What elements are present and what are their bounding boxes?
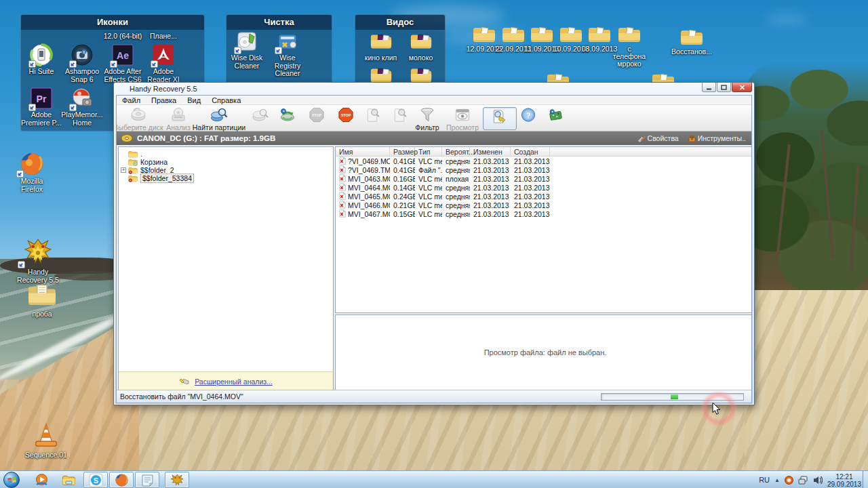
file-cell: 21.03.2013 11...: [511, 166, 550, 174]
table-row[interactable]: MVI_0463.MOV0.16GBVLC me...плохая21.03.2…: [336, 174, 752, 183]
file-cell: 21.03.2013 10...: [470, 192, 511, 201]
handy-taskbar-icon[interactable]: [165, 472, 189, 488]
analysis-button: Анализ: [167, 106, 189, 131]
toolbox-icon: [688, 135, 696, 142]
file-cell: Файл "...: [415, 166, 442, 174]
skype-taskbar-icon[interactable]: S: [83, 472, 108, 488]
start-button[interactable]: [3, 472, 20, 488]
desktop-icon-cell: Wise Registry Cleaner: [267, 30, 308, 78]
menu-item-файл[interactable]: Файл: [117, 96, 146, 104]
desktop-folder-recovered[interactable]: Восстанов...: [673, 28, 711, 56]
column-header[interactable]: Изменен: [470, 147, 511, 156]
icon-label: Плане...: [150, 33, 177, 41]
shortcut-arrow-icon: [69, 60, 77, 68]
column-header[interactable]: Размер: [390, 147, 415, 156]
desktop-icon-folderfiles[interactable]: проба: [10, 282, 74, 319]
clock[interactable]: 12:2129.09.2013: [827, 472, 861, 488]
table-row[interactable]: ?VI_0469.TMP0.41GBФайл "...средняя21.03.…: [336, 165, 752, 174]
recover-button[interactable]: [483, 107, 517, 130]
advanced-analysis-link[interactable]: Расширенный анализ...: [195, 378, 273, 386]
table-row[interactable]: MVI_0467.MOV0.15GBVLC me...средняя21.03.…: [336, 209, 752, 218]
hidden-icons-arrow[interactable]: ▲: [774, 477, 780, 483]
icon-group-title: Чистка: [226, 15, 332, 30]
resume-scan-button[interactable]: [277, 106, 298, 131]
desktop-icon-vlc[interactable]: Sequence.01: [17, 422, 75, 460]
hardware-button[interactable]: [545, 106, 566, 131]
maximize-button[interactable]: [717, 83, 731, 92]
language-indicator[interactable]: RU: [759, 476, 770, 484]
premiere-icon[interactable]: Pr: [30, 87, 53, 110]
file-cell: 21.03.2013 10...: [511, 184, 550, 192]
desktop-icon-bird[interactable]: Handy Recovery 5.5: [3, 236, 73, 284]
table-row[interactable]: ?VI_0469.MOV0.41GBVLC me...средняя21.03.…: [336, 157, 752, 165]
minimize-button[interactable]: [702, 83, 716, 92]
column-header[interactable]: Создан: [511, 147, 550, 156]
icon-label: молоко: [409, 54, 433, 62]
file-cell: VLC me...: [415, 201, 442, 209]
expand-toggle[interactable]: +: [121, 167, 126, 173]
file-cell: VLC me...: [415, 157, 442, 165]
desktop-folder[interactable]: с телефона мрроко: [610, 25, 648, 68]
wisedisk-icon[interactable]: [235, 30, 258, 53]
tree-item-label: $$folder_53384: [140, 174, 194, 183]
foldervid-icon[interactable]: [410, 30, 433, 53]
palm-trees: [745, 62, 868, 298]
file-cell: средняя: [442, 166, 470, 174]
playmem-icon[interactable]: [71, 87, 94, 110]
toolbar: Выберите дискАнализНайти партицииSTOPSTO…: [117, 105, 751, 131]
video-file-icon: [339, 165, 346, 175]
close-button[interactable]: [732, 83, 752, 92]
menu-item-справка[interactable]: Справка: [206, 96, 246, 104]
folder-icon: [559, 25, 583, 44]
volume-tray-icon[interactable]: [813, 476, 823, 485]
file-name: MVI_0463.MOV: [348, 175, 390, 183]
video-file-icon: [339, 183, 346, 192]
reader-icon[interactable]: [152, 43, 175, 66]
tree-item[interactable]: $$folder_53384: [128, 174, 333, 182]
file-cell: средняя: [442, 192, 470, 201]
file-name: ?VI_0469.TMP: [348, 166, 390, 174]
menu-item-вид[interactable]: Вид: [182, 96, 206, 104]
sand-right: [745, 290, 868, 488]
antivirus-tray-icon[interactable]: [785, 476, 793, 485]
video-file-icon: [339, 209, 346, 219]
mouse-cursor: [712, 403, 722, 419]
network-tray-icon[interactable]: [798, 476, 808, 485]
show-desktop-button[interactable]: [863, 471, 868, 488]
column-header-filler: [550, 147, 752, 156]
tree-item[interactable]: Корзина: [128, 158, 333, 166]
table-row[interactable]: MVI_0466.MOV0.21GBVLC me...средняя21.03.…: [336, 201, 752, 209]
ae-icon[interactable]: Ae: [111, 43, 134, 66]
menu-item-правка[interactable]: Правка: [146, 96, 182, 104]
help-button[interactable]: ?: [517, 106, 539, 131]
shortcut-arrow-icon: [18, 261, 25, 268]
firefox-taskbar-icon[interactable]: [109, 472, 134, 488]
table-row[interactable]: MVI_0464.MOV0.14GBVLC me...средняя21.03.…: [336, 183, 752, 192]
disksearch-icon: [252, 107, 269, 123]
notes-taskbar-icon[interactable]: [135, 472, 159, 488]
window-titlebar[interactable]: Handy Recovery 5.5: [114, 83, 754, 95]
tree-item[interactable]: .: [128, 150, 333, 158]
explorer-taskbar-icon[interactable]: [58, 472, 79, 488]
column-header[interactable]: Тип: [415, 147, 442, 156]
file-cell: 21.03.2013 10...: [470, 210, 511, 218]
wisereg-icon[interactable]: [276, 30, 299, 53]
docsearch-icon: [391, 107, 408, 123]
stop-button[interactable]: STOP: [335, 106, 357, 131]
folder-icon: [501, 25, 526, 44]
hisuite-icon[interactable]: [30, 43, 53, 66]
find-partitions-button[interactable]: Найти партиции: [208, 106, 230, 131]
table-row[interactable]: MVI_0465.MOV0.24GBVLC me...средняя21.03.…: [336, 192, 752, 201]
snap-icon[interactable]: 6: [71, 43, 94, 66]
desktop-icon-firefox[interactable]: Mozilla Firefox: [2, 152, 62, 193]
icon-label: Hi Suite: [29, 68, 54, 76]
wmp-taskbar-icon[interactable]: [31, 472, 52, 488]
properties-button[interactable]: Свойства: [638, 134, 679, 142]
filter-button[interactable]: Фильтр: [416, 106, 438, 131]
column-header[interactable]: Имя: [336, 147, 390, 156]
foldervid-icon[interactable]: [370, 30, 393, 53]
column-header[interactable]: Вероят...: [442, 147, 470, 156]
icon-label: Adobe After Effects CS6: [104, 68, 141, 83]
tools-button[interactable]: Инструменты..: [688, 134, 746, 142]
file-name: MVI_0465.MOV: [348, 192, 390, 201]
